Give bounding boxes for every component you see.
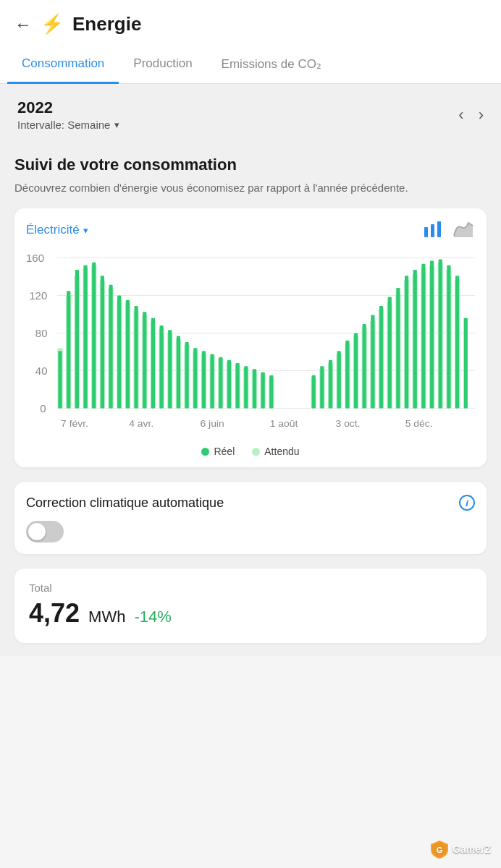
legend-reel-dot (201, 448, 209, 456)
svg-rect-18 (75, 270, 79, 408)
svg-rect-1 (431, 224, 434, 237)
svg-rect-16 (67, 291, 70, 408)
svg-text:6 juin: 6 juin (201, 419, 224, 430)
chart-legend: Réel Attendu (26, 446, 475, 457)
interval-text: Intervalle: Semaine (17, 119, 110, 131)
svg-rect-32 (134, 306, 138, 408)
svg-rect-68 (320, 366, 324, 408)
svg-text:0: 0 (40, 403, 46, 414)
svg-rect-96 (439, 259, 442, 408)
svg-rect-26 (109, 285, 112, 409)
tab-consommation[interactable]: Consommation (7, 46, 119, 84)
tab-emissions[interactable]: Emissions de CO₂ (207, 46, 336, 84)
svg-rect-78 (363, 324, 366, 408)
chart-header: Électricité ▾ (26, 220, 475, 240)
svg-rect-56 (236, 363, 240, 408)
svg-text:4 avr.: 4 avr. (129, 419, 153, 430)
svg-rect-62 (261, 372, 265, 408)
total-value-row: 4,72 MWh -14% (29, 598, 472, 629)
svg-text:160: 160 (26, 252, 44, 264)
svg-text:120: 120 (29, 290, 47, 302)
svg-rect-76 (354, 333, 358, 408)
total-change: -14% (134, 608, 171, 626)
bar-chart-button[interactable] (421, 220, 445, 240)
chart-type-buttons (421, 220, 475, 240)
svg-rect-54 (227, 360, 231, 409)
lightning-icon: ⚡ (41, 13, 64, 35)
info-symbol: i (466, 498, 468, 509)
electricity-label: Électricité (26, 223, 80, 237)
total-unit: MWh (88, 608, 125, 626)
svg-text:80: 80 (35, 328, 48, 339)
legend-reel: Réel (201, 446, 235, 457)
climate-row: Correction climatique automatique i (26, 495, 475, 511)
svg-rect-101 (464, 318, 468, 409)
date-left: 2022 Intervalle: Semaine ▾ (17, 98, 119, 131)
svg-rect-86 (396, 288, 400, 408)
svg-rect-0 (424, 227, 428, 237)
climate-section: Correction climatique automatique i (14, 482, 487, 554)
prev-arrow-button[interactable]: ‹ (458, 106, 463, 124)
electricity-selector[interactable]: Électricité ▾ (26, 223, 88, 237)
watermark-label: GamerZ (452, 843, 491, 855)
header: ← ⚡ Energie (0, 0, 501, 46)
svg-rect-92 (421, 264, 425, 409)
svg-rect-84 (388, 297, 392, 408)
tabs-bar: Consommation Production Emissions de CO₂ (0, 46, 501, 84)
info-icon[interactable]: i (459, 495, 475, 511)
svg-rect-36 (151, 318, 155, 409)
svg-rect-82 (379, 306, 383, 408)
svg-rect-52 (219, 357, 222, 409)
interval-row[interactable]: Intervalle: Semaine ▾ (17, 119, 119, 131)
nav-arrows: ‹ › (458, 106, 484, 124)
svg-rect-30 (126, 300, 130, 409)
svg-rect-66 (312, 375, 316, 409)
svg-rect-90 (413, 270, 417, 408)
svg-rect-34 (143, 312, 146, 408)
svg-rect-46 (193, 348, 197, 408)
svg-rect-42 (177, 336, 180, 409)
section-title: Suivi de votre consommation (14, 156, 487, 174)
svg-rect-44 (185, 342, 188, 409)
legend-attendu: Attendu (252, 446, 299, 457)
svg-text:40: 40 (35, 365, 48, 377)
climate-toggle[interactable] (26, 521, 64, 542)
svg-rect-100 (455, 276, 459, 408)
svg-rect-2 (437, 221, 441, 237)
svg-rect-72 (337, 351, 341, 408)
svg-rect-38 (159, 326, 163, 408)
legend-reel-label: Réel (214, 446, 235, 457)
svg-rect-28 (117, 295, 121, 408)
back-button[interactable]: ← (14, 16, 32, 33)
page-title: Energie (72, 13, 141, 35)
total-label: Total (29, 582, 472, 594)
svg-rect-50 (210, 354, 214, 409)
section-desc: Découvrez combien d'énergie vous économi… (14, 180, 487, 195)
area-chart-button[interactable] (452, 220, 475, 240)
svg-rect-22 (92, 263, 96, 409)
svg-rect-58 (244, 366, 248, 408)
next-arrow-button[interactable]: › (479, 106, 484, 124)
svg-rect-70 (329, 360, 332, 409)
watermark-shield-icon: G (429, 839, 450, 859)
main-content: Suivi de votre consommation Découvrez co… (0, 142, 501, 656)
legend-attendu-dot (252, 448, 260, 456)
climate-label: Correction climatique automatique (26, 495, 452, 511)
svg-text:G: G (437, 846, 443, 854)
svg-text:1 août: 1 août (270, 419, 298, 430)
svg-rect-20 (83, 265, 87, 409)
svg-text:7 févr.: 7 févr. (61, 419, 88, 430)
svg-rect-40 (168, 330, 172, 408)
svg-rect-88 (405, 276, 408, 408)
year-label: 2022 (17, 98, 119, 117)
svg-rect-74 (345, 341, 349, 409)
svg-text:3 oct.: 3 oct. (336, 419, 361, 430)
electricity-chevron-icon: ▾ (83, 225, 88, 236)
svg-rect-14 (58, 351, 62, 408)
svg-rect-98 (447, 265, 450, 409)
tab-production[interactable]: Production (119, 46, 206, 84)
svg-rect-80 (371, 315, 374, 408)
bar-chart: 160 120 80 40 0 7 févr. 4 avr. 6 juin 1 … (26, 250, 475, 438)
watermark: G GamerZ (429, 839, 491, 859)
svg-rect-64 (269, 375, 273, 409)
